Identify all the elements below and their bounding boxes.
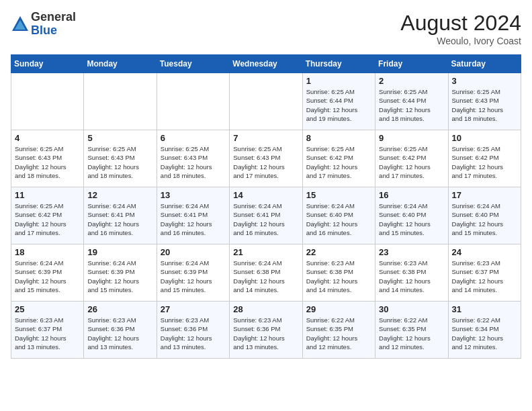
calendar-cell: 5Sunrise: 6:25 AM Sunset: 6:43 PM Daylig… (84, 130, 157, 187)
calendar-cell: 1Sunrise: 6:25 AM Sunset: 6:44 PM Daylig… (302, 73, 375, 130)
calendar-cell: 29Sunrise: 6:22 AM Sunset: 6:35 PM Dayli… (302, 302, 375, 359)
day-number: 18 (15, 247, 80, 257)
week-row-4: 18Sunrise: 6:24 AM Sunset: 6:39 PM Dayli… (11, 244, 521, 302)
calendar-cell: 3Sunrise: 6:25 AM Sunset: 6:43 PM Daylig… (448, 73, 521, 130)
calendar-cell: 19Sunrise: 6:24 AM Sunset: 6:39 PM Dayli… (84, 244, 157, 302)
title-block: August 2024 Weoulo, Ivory Coast (400, 11, 521, 46)
day-number: 4 (15, 133, 80, 143)
day-info: Sunrise: 6:25 AM Sunset: 6:42 PM Dayligh… (306, 144, 371, 180)
day-number: 30 (379, 304, 444, 314)
header-sunday: Sunday (11, 55, 84, 73)
day-info: Sunrise: 6:22 AM Sunset: 6:35 PM Dayligh… (379, 316, 444, 351)
day-info: Sunrise: 6:25 AM Sunset: 6:43 PM Dayligh… (161, 144, 226, 180)
calendar-cell: 21Sunrise: 6:24 AM Sunset: 6:38 PM Dayli… (230, 244, 302, 302)
calendar-header-row: SundayMondayTuesdayWednesdayThursdayFrid… (11, 55, 521, 73)
day-info: Sunrise: 6:25 AM Sunset: 6:43 PM Dayligh… (233, 144, 298, 180)
day-number: 5 (87, 133, 152, 143)
day-number: 21 (233, 247, 298, 257)
calendar-cell: 14Sunrise: 6:24 AM Sunset: 6:41 PM Dayli… (230, 187, 302, 244)
day-info: Sunrise: 6:24 AM Sunset: 6:38 PM Dayligh… (233, 259, 298, 294)
day-info: Sunrise: 6:25 AM Sunset: 6:42 PM Dayligh… (15, 201, 80, 237)
calendar-cell: 12Sunrise: 6:24 AM Sunset: 6:41 PM Dayli… (84, 187, 157, 244)
day-number: 23 (379, 247, 444, 257)
calendar-cell (11, 73, 84, 130)
day-info: Sunrise: 6:25 AM Sunset: 6:43 PM Dayligh… (452, 87, 517, 123)
day-info: Sunrise: 6:23 AM Sunset: 6:36 PM Dayligh… (87, 316, 152, 351)
day-number: 6 (161, 133, 226, 143)
day-number: 25 (15, 304, 80, 314)
location: Weoulo, Ivory Coast (400, 36, 521, 46)
calendar-cell: 8Sunrise: 6:25 AM Sunset: 6:42 PM Daylig… (302, 130, 375, 187)
day-info: Sunrise: 6:22 AM Sunset: 6:35 PM Dayligh… (306, 316, 371, 351)
day-info: Sunrise: 6:24 AM Sunset: 6:41 PM Dayligh… (87, 201, 152, 237)
day-number: 15 (306, 190, 371, 200)
day-number: 31 (452, 304, 517, 314)
day-number: 7 (233, 133, 298, 143)
day-number: 12 (87, 190, 152, 200)
day-number: 8 (306, 133, 371, 143)
header-thursday: Thursday (302, 55, 375, 73)
week-row-2: 4Sunrise: 6:25 AM Sunset: 6:43 PM Daylig… (11, 130, 521, 187)
day-info: Sunrise: 6:22 AM Sunset: 6:34 PM Dayligh… (452, 316, 517, 351)
calendar-cell: 24Sunrise: 6:23 AM Sunset: 6:37 PM Dayli… (448, 244, 521, 302)
day-number: 2 (379, 76, 444, 86)
day-info: Sunrise: 6:23 AM Sunset: 6:38 PM Dayligh… (379, 259, 444, 294)
calendar-cell: 7Sunrise: 6:25 AM Sunset: 6:43 PM Daylig… (230, 130, 302, 187)
day-info: Sunrise: 6:25 AM Sunset: 6:42 PM Dayligh… (452, 144, 517, 180)
header-friday: Friday (375, 55, 448, 73)
logo-text: General Blue (31, 11, 76, 38)
week-row-1: 1Sunrise: 6:25 AM Sunset: 6:44 PM Daylig… (11, 73, 521, 130)
day-number: 1 (306, 76, 371, 86)
calendar-cell (230, 73, 302, 130)
calendar-cell: 26Sunrise: 6:23 AM Sunset: 6:36 PM Dayli… (84, 302, 157, 359)
day-info: Sunrise: 6:25 AM Sunset: 6:43 PM Dayligh… (87, 144, 152, 180)
day-number: 11 (15, 190, 80, 200)
calendar-cell: 20Sunrise: 6:24 AM Sunset: 6:39 PM Dayli… (157, 244, 229, 302)
calendar-cell: 31Sunrise: 6:22 AM Sunset: 6:34 PM Dayli… (448, 302, 521, 359)
day-number: 24 (452, 247, 517, 257)
day-number: 3 (452, 76, 517, 86)
header-tuesday: Tuesday (157, 55, 229, 73)
calendar-cell: 6Sunrise: 6:25 AM Sunset: 6:43 PM Daylig… (157, 130, 229, 187)
day-info: Sunrise: 6:25 AM Sunset: 6:42 PM Dayligh… (379, 144, 444, 180)
calendar-cell: 25Sunrise: 6:23 AM Sunset: 6:37 PM Dayli… (11, 302, 84, 359)
day-info: Sunrise: 6:24 AM Sunset: 6:40 PM Dayligh… (452, 201, 517, 237)
day-number: 26 (87, 304, 152, 314)
week-row-5: 25Sunrise: 6:23 AM Sunset: 6:37 PM Dayli… (11, 302, 521, 359)
day-number: 16 (379, 190, 444, 200)
day-info: Sunrise: 6:25 AM Sunset: 6:44 PM Dayligh… (379, 87, 444, 123)
day-number: 14 (233, 190, 298, 200)
day-info: Sunrise: 6:24 AM Sunset: 6:39 PM Dayligh… (161, 259, 226, 294)
week-row-3: 11Sunrise: 6:25 AM Sunset: 6:42 PM Dayli… (11, 187, 521, 244)
day-info: Sunrise: 6:24 AM Sunset: 6:41 PM Dayligh… (161, 201, 226, 237)
calendar-cell: 17Sunrise: 6:24 AM Sunset: 6:40 PM Dayli… (448, 187, 521, 244)
calendar-table: SundayMondayTuesdayWednesdayThursdayFrid… (11, 54, 521, 359)
calendar-cell: 13Sunrise: 6:24 AM Sunset: 6:41 PM Dayli… (157, 187, 229, 244)
day-number: 13 (161, 190, 226, 200)
day-info: Sunrise: 6:23 AM Sunset: 6:37 PM Dayligh… (452, 259, 517, 294)
calendar-cell: 15Sunrise: 6:24 AM Sunset: 6:40 PM Dayli… (302, 187, 375, 244)
day-number: 17 (452, 190, 517, 200)
calendar-cell (84, 73, 157, 130)
day-number: 9 (379, 133, 444, 143)
calendar-cell: 2Sunrise: 6:25 AM Sunset: 6:44 PM Daylig… (375, 73, 448, 130)
day-number: 29 (306, 304, 371, 314)
day-number: 10 (452, 133, 517, 143)
day-info: Sunrise: 6:23 AM Sunset: 6:36 PM Dayligh… (233, 316, 298, 351)
calendar-cell: 10Sunrise: 6:25 AM Sunset: 6:42 PM Dayli… (448, 130, 521, 187)
month-year: August 2024 (400, 11, 521, 36)
calendar-cell: 9Sunrise: 6:25 AM Sunset: 6:42 PM Daylig… (375, 130, 448, 187)
day-number: 28 (233, 304, 298, 314)
day-info: Sunrise: 6:23 AM Sunset: 6:38 PM Dayligh… (306, 259, 371, 294)
logo-general: General (31, 11, 76, 24)
day-number: 20 (161, 247, 226, 257)
calendar-cell: 27Sunrise: 6:23 AM Sunset: 6:36 PM Dayli… (157, 302, 229, 359)
day-info: Sunrise: 6:24 AM Sunset: 6:39 PM Dayligh… (87, 259, 152, 294)
day-info: Sunrise: 6:25 AM Sunset: 6:43 PM Dayligh… (15, 144, 80, 180)
page-header: General Blue August 2024 Weoulo, Ivory C… (11, 11, 521, 46)
header-monday: Monday (84, 55, 157, 73)
logo-icon (11, 15, 30, 34)
calendar-cell: 11Sunrise: 6:25 AM Sunset: 6:42 PM Dayli… (11, 187, 84, 244)
header-saturday: Saturday (448, 55, 521, 73)
day-info: Sunrise: 6:24 AM Sunset: 6:41 PM Dayligh… (233, 201, 298, 237)
